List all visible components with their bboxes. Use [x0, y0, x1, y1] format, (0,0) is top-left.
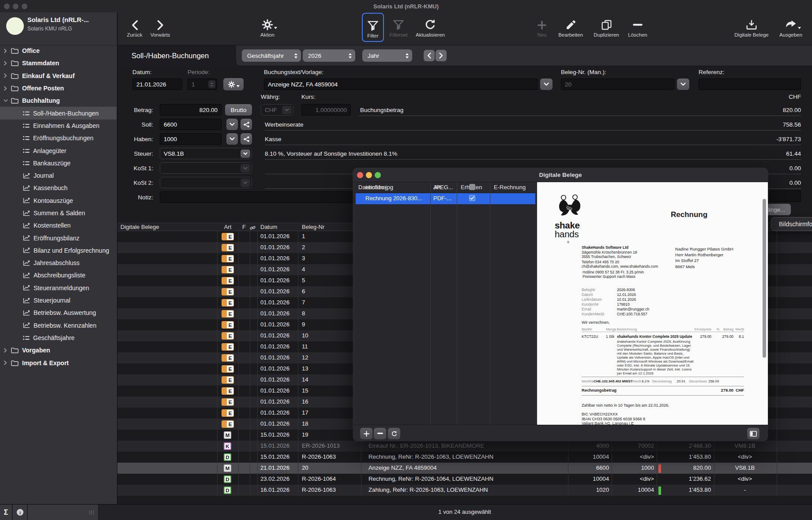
prev-period-button[interactable]	[424, 50, 435, 61]
booking-row[interactable]: K15.01.2026ER-2026-1013Einkauf Nr.: ER-2…	[117, 441, 812, 452]
period-type-select[interactable]: Geschäftsjahr	[242, 49, 301, 62]
minimize-window-icon[interactable]	[13, 4, 19, 9]
toolbar-filterset-button[interactable]: Filterset	[385, 14, 412, 43]
zoom-window-icon[interactable]	[22, 4, 27, 9]
booking-row[interactable]: D16.01.2026R-2026-1063Zahlung, ReNr: R-2…	[117, 485, 812, 496]
toggle-preview-button[interactable]	[747, 428, 759, 439]
chevron-right-icon[interactable]	[4, 49, 8, 53]
sidebar-item-eröffnungsbuchungen[interactable]: Eröffnungsbuchungen	[0, 132, 117, 144]
sidebar-item-einnahmen-ausgaben[interactable]: Einnahmen & Ausgaben	[0, 120, 117, 132]
file-row[interactable]: ebc91c.jpgJPEG...	[356, 182, 535, 193]
remove-file-button[interactable]	[374, 428, 386, 439]
sidebar-item-steuerjournal[interactable]: Steuerjournal	[0, 294, 117, 307]
sidebar-item-einkauf-verkauf[interactable]: Einkauf & Verkauf	[0, 70, 117, 82]
sidebar-item-summen-salden[interactable]: Summen & Salden	[0, 207, 117, 219]
periode-input[interactable]: 1	[188, 79, 217, 90]
sidebar-item-bankauszüge[interactable]: Bankauszüge	[0, 157, 117, 169]
sidebar-item-betriebsw-auswertung[interactable]: Betriebsw. Auswertung	[0, 307, 117, 319]
sidebar-item-offene-posten[interactable]: Offene Posten	[0, 82, 117, 94]
sidebar-item-bilanz-und-erfolgsrechnung[interactable]: Bilanz und Erfolgsrechnung	[0, 244, 117, 257]
sidebar-item-kostenstellen[interactable]: Kostenstellen	[0, 219, 117, 232]
col-datum[interactable]: Datum	[260, 224, 277, 230]
sidebar-item-stammdaten[interactable]: Stammdaten	[0, 57, 117, 69]
haben-dropdown-button[interactable]	[226, 133, 238, 145]
info-button[interactable]: i	[13, 505, 27, 520]
buchungstext-dropdown-button[interactable]	[540, 79, 553, 90]
refresh-files-button[interactable]	[388, 428, 400, 439]
betrag-input[interactable]: 820.00	[160, 104, 222, 116]
sidebar-item-journal[interactable]: Journal	[0, 169, 117, 182]
sidebar-item-soll-haben-buchungen[interactable]: Soll-/Haben-Buchungen	[0, 107, 117, 119]
range-select[interactable]: Jahr	[362, 49, 412, 62]
buchungstext-input[interactable]: Anzeige NZZ, FA 4859004	[264, 79, 538, 90]
sidebar-item-betriebsw-kennzahlen[interactable]: Betriebsw. Kennzahlen	[0, 319, 117, 332]
chevron-right-icon[interactable]	[4, 61, 8, 66]
kurs-input[interactable]: 1.00000000	[301, 104, 351, 116]
sidebar-item-anlagegüter[interactable]: Anlagegüter	[0, 144, 117, 157]
sidebar-item-steueranmeldungen[interactable]: Steueranmeldungen	[0, 282, 117, 294]
toolbar-filter-button[interactable]: Filter	[362, 13, 384, 42]
soll-konto-input[interactable]: 6600	[160, 119, 222, 130]
toolbar-ausgeben-button[interactable]: Ausgeben	[775, 14, 807, 43]
waehrung-select[interactable]: CHF	[261, 104, 293, 116]
chevron-right-icon[interactable]	[4, 86, 8, 91]
toolbar-zurueck-button[interactable]: Zurück	[124, 14, 145, 43]
chevron-down-icon[interactable]	[4, 99, 8, 102]
toolbar-duplizieren-button[interactable]: Duplizieren	[588, 14, 625, 43]
anhaenge-button[interactable]: änge...	[766, 204, 791, 215]
chevron-right-icon[interactable]	[4, 348, 8, 353]
toolbar-loeschen-button[interactable]: Löschen	[624, 14, 651, 43]
sidebar-item-geschäftsjahre[interactable]: Geschäftsjahre	[0, 332, 117, 344]
sidebar-item-jahresabschluss[interactable]: Jahresabschluss	[0, 257, 117, 269]
year-select[interactable]: 2026	[303, 49, 355, 62]
sidebar-item-import-export[interactable]: Import & Export	[0, 356, 117, 369]
booking-row[interactable]: D23.02.2026R-2026-1064Rechnung, ReNr: R-…	[117, 474, 812, 485]
sidebar-item-buchhaltung[interactable]: Buchhaltung	[0, 94, 117, 107]
col-f[interactable]: F	[238, 224, 250, 230]
kost1-select[interactable]	[160, 162, 252, 174]
booking-gear-button[interactable]	[223, 78, 244, 90]
stepper-icon[interactable]	[208, 80, 215, 88]
chevron-right-icon[interactable]	[4, 73, 8, 78]
bildschirmfoto-button[interactable]: Bildschirmfo	[771, 217, 812, 231]
minimize-icon[interactable]	[366, 172, 372, 178]
col-art[interactable]: Art	[217, 224, 238, 230]
toolbar-aktion-button[interactable]: Aktion	[253, 14, 282, 43]
toolbar-bearbeiten-button[interactable]: Bearbeiten	[553, 14, 589, 43]
sidebar-item-abschreibungsliste[interactable]: Abschreibungsliste	[0, 269, 117, 281]
sidebar-item-kontoauszüge[interactable]: Kontoauszüge	[0, 195, 117, 207]
soll-dropdown-button[interactable]	[226, 119, 238, 130]
haben-share-button[interactable]	[241, 133, 252, 145]
belegnr-input[interactable]: 20	[561, 79, 674, 90]
sidebar-item-office[interactable]: Office	[0, 45, 117, 57]
sidebar-item-eröffnungsbilanz[interactable]: Eröffnungsbilanz	[0, 232, 117, 244]
col-digitale-belege[interactable]: Digitale Belege	[120, 224, 159, 230]
sidebar-item-kassenbuch[interactable]: Kassenbuch	[0, 182, 117, 194]
belegnr-dropdown-button[interactable]	[677, 79, 689, 90]
file-row[interactable]: Rechnung 2026-830...PDF-...	[356, 193, 535, 204]
close-window-icon[interactable]	[4, 4, 10, 9]
toolbar-vorwaerts-button[interactable]: Vorwärts	[147, 14, 174, 43]
link-icon[interactable]	[250, 224, 257, 231]
next-period-button[interactable]	[436, 50, 447, 61]
soll-share-button[interactable]	[241, 119, 252, 130]
toolbar-digitale-belege-button[interactable]: Digitale Belege	[729, 14, 774, 43]
booking-row[interactable]: D15.01.2026R-2026-1063Rechnung, ReNr: R-…	[117, 452, 812, 463]
close-icon[interactable]	[357, 172, 363, 178]
col-belegnr[interactable]: Beleg-Nr	[302, 224, 324, 230]
checkbox-unchecked[interactable]	[469, 184, 475, 190]
zoom-icon[interactable]	[375, 172, 381, 178]
preview-scrollbar[interactable]	[763, 199, 766, 358]
steuer-select[interactable]: VS8.1B	[160, 148, 252, 159]
toolbar-neu-button[interactable]: Neu	[532, 14, 552, 43]
sidebar-item-vorgaben[interactable]: Vorgaben	[0, 344, 117, 356]
toolbar-aktualisieren-button[interactable]: Aktualisieren	[412, 14, 449, 43]
chevron-right-icon[interactable]	[4, 360, 8, 365]
datum-input[interactable]: 21.01.2026	[132, 79, 182, 90]
kost2-select[interactable]	[160, 177, 252, 188]
brutto-button[interactable]: Brutto	[225, 104, 252, 116]
booking-row[interactable]: M21.01.202620Anzeige NZZ, FA 48590046600…	[117, 463, 812, 474]
right-edge-field[interactable]	[770, 191, 801, 202]
haben-konto-input[interactable]: 1000	[160, 133, 222, 145]
sum-button[interactable]: Σ	[0, 505, 12, 520]
